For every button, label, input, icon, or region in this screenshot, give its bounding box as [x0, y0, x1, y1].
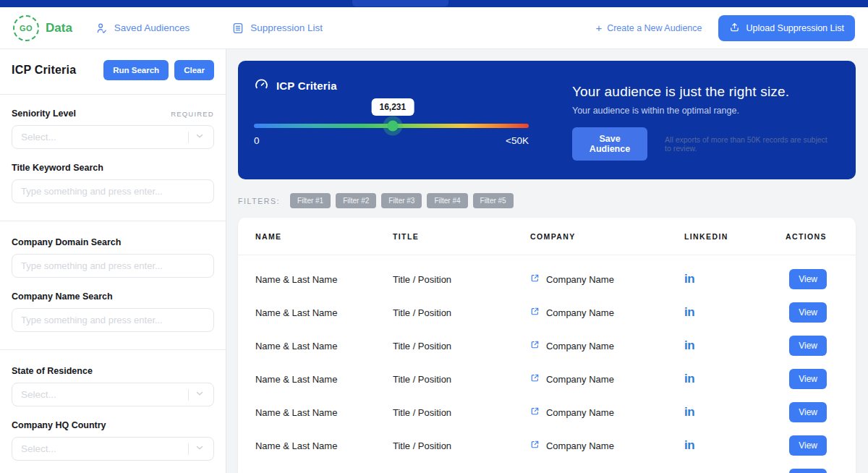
- company-cell: Company Name: [530, 440, 684, 451]
- sidebar-header: ICP Criteria Run Search Clear: [0, 49, 226, 95]
- upload-button-label: Upload Suppression List: [746, 23, 845, 33]
- gauge-icon: [254, 77, 269, 94]
- company-name: Company Name: [546, 407, 614, 418]
- view-button[interactable]: View: [789, 402, 827, 422]
- external-link-icon[interactable]: [530, 273, 540, 285]
- linkedin-cell: in: [684, 438, 786, 453]
- form-field: Company Name Search: [12, 291, 214, 332]
- linkedin-icon[interactable]: in: [684, 372, 694, 385]
- app-logo[interactable]: GO Data: [13, 15, 72, 41]
- logo-go-circle: GO: [13, 15, 39, 41]
- field-label: Seniority Level: [12, 108, 76, 119]
- name-cell: Name & Last Name: [255, 374, 393, 385]
- external-link-icon[interactable]: [530, 440, 540, 451]
- clear-button[interactable]: Clear: [174, 60, 214, 80]
- company-cell: Company Name: [530, 373, 684, 385]
- title-cell: Title / Position: [393, 407, 530, 418]
- text-input[interactable]: [21, 260, 205, 271]
- banner-title: ICP Criteria: [276, 80, 337, 92]
- slider-track[interactable]: [254, 124, 529, 128]
- view-button[interactable]: View: [789, 302, 827, 323]
- linkedin-icon[interactable]: in: [684, 438, 694, 452]
- chevron-down-icon[interactable]: [195, 131, 205, 144]
- name-cell: Name & Last Name: [255, 307, 393, 318]
- select-controls: [188, 131, 205, 144]
- table-row: Name & Last Name Title / Position Compan…: [238, 396, 856, 429]
- filters-row: FILTERS: Filter #1 Filter #2 Filter #3 F…: [238, 193, 856, 208]
- select-dropdown[interactable]: Select...: [12, 383, 214, 406]
- filter-chip[interactable]: Filter #3: [381, 193, 422, 208]
- text-input[interactable]: [21, 186, 205, 197]
- table-row: Name & Last Name Title / Position Compan…: [238, 429, 856, 462]
- app-header: GO Data Saved Audiences: [0, 7, 868, 49]
- select-divider: [188, 443, 189, 455]
- upload-suppression-list-button[interactable]: Upload Suppression List: [718, 15, 856, 41]
- external-link-icon[interactable]: [530, 340, 540, 351]
- nav-saved-audiences[interactable]: Saved Audiences: [95, 22, 190, 35]
- main-content: ICP Criteria 16,231 0 <50K Your audi: [226, 49, 868, 473]
- create-new-audience-label: Create a New Audience: [607, 23, 702, 33]
- actions-cell: View: [786, 269, 827, 289]
- title-cell: Title / Position: [393, 440, 530, 451]
- chevron-down-icon[interactable]: [195, 388, 205, 401]
- results-table: NAMETITLECOMPANYLINKEDINACTIONS Name & L…: [238, 218, 856, 473]
- section-divider: [0, 221, 226, 221]
- table-row: Name & Last Name Title / Position Compan…: [238, 462, 856, 473]
- filter-chip[interactable]: Filter #4: [427, 193, 467, 208]
- select-dropdown[interactable]: Select...: [12, 125, 214, 149]
- field-label: Company Domain Search: [12, 237, 121, 247]
- filters-label: FILTERS:: [238, 197, 280, 205]
- name-cell: Name & Last Name: [255, 341, 393, 351]
- company-name: Company Name: [546, 307, 614, 318]
- nav-suppression-list[interactable]: Suppression List: [231, 22, 323, 35]
- table-body: Name & Last Name Title / Position Compan…: [238, 255, 856, 473]
- filter-chip[interactable]: Filter #2: [336, 193, 376, 208]
- external-link-icon[interactable]: [530, 406, 540, 418]
- view-button[interactable]: View: [789, 369, 827, 389]
- nav-label: Suppression List: [250, 22, 323, 33]
- select-divider: [188, 132, 189, 143]
- plus-icon: +: [595, 22, 602, 34]
- sidebar-form: Seniority Level REQUIRED Select... Title…: [0, 95, 226, 473]
- column-header: COMPANY: [530, 232, 684, 241]
- save-audience-button[interactable]: Save Audience: [572, 127, 647, 161]
- linkedin-icon[interactable]: in: [684, 338, 694, 352]
- logo-data-text: Data: [46, 21, 72, 35]
- run-search-button[interactable]: Run Search: [103, 60, 169, 80]
- column-header: ACTIONS: [786, 232, 827, 241]
- view-button[interactable]: View: [789, 469, 827, 473]
- view-button[interactable]: View: [789, 435, 827, 456]
- text-input[interactable]: [21, 315, 205, 325]
- filter-chip[interactable]: Filter #1: [290, 193, 331, 208]
- audience-subline: Your audience is within the optimal rang…: [572, 106, 834, 116]
- external-link-icon[interactable]: [530, 307, 540, 318]
- linkedin-cell: in: [684, 338, 786, 353]
- external-link-icon[interactable]: [530, 373, 540, 385]
- view-button[interactable]: View: [789, 269, 827, 289]
- linkedin-cell: in: [684, 305, 786, 320]
- filter-chip[interactable]: Filter #5: [473, 193, 514, 208]
- create-new-audience-link[interactable]: + Create a New Audience: [595, 22, 702, 34]
- chevron-down-icon[interactable]: [195, 443, 205, 456]
- linkedin-icon[interactable]: in: [684, 272, 694, 286]
- audience-size-slider: 16,231 0 <50K: [254, 97, 529, 146]
- company-name: Company Name: [546, 374, 614, 385]
- select-controls: [188, 443, 205, 456]
- company-cell: Company Name: [530, 273, 684, 285]
- select-dropdown[interactable]: Select...: [12, 437, 214, 461]
- actions-cell: View: [786, 469, 827, 473]
- filters-sidebar: ICP Criteria Run Search Clear Seniority …: [0, 49, 226, 473]
- name-cell: Name & Last Name: [255, 407, 393, 418]
- column-header: TITLE: [393, 232, 530, 241]
- column-header: NAME: [255, 232, 393, 241]
- linkedin-icon[interactable]: in: [684, 305, 694, 319]
- table-header-row: NAMETITLECOMPANYLINKEDINACTIONS: [238, 218, 856, 255]
- linkedin-cell: in: [684, 405, 786, 419]
- column-header: LINKEDIN: [684, 232, 786, 241]
- name-cell: Name & Last Name: [255, 274, 393, 285]
- linkedin-icon[interactable]: in: [684, 405, 694, 419]
- slider-thumb[interactable]: [387, 121, 398, 132]
- view-button[interactable]: View: [789, 336, 827, 356]
- company-cell: Company Name: [530, 307, 684, 318]
- select-placeholder: Select...: [21, 132, 188, 142]
